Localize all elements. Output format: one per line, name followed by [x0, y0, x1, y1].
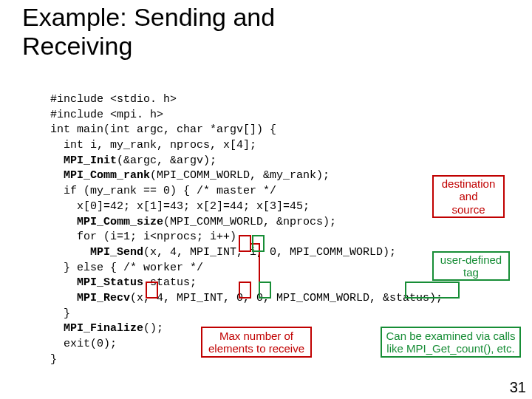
code-l08: x[0]=42; x[1]=43; x[2]=44; x[3]=45;: [50, 200, 310, 213]
code-l09a: [50, 216, 77, 228]
box-recv-status: [405, 282, 460, 299]
code-l14a: [50, 292, 77, 304]
page-number: 31: [510, 379, 526, 396]
code-l05a: [50, 154, 64, 167]
code-l01: #include <stdio. h>: [50, 93, 183, 106]
code-l16a: [50, 322, 64, 335]
box-recv-count: [146, 282, 158, 299]
label-max: Max number of elements to receive: [201, 327, 312, 358]
label-user-tag: user-defined tag: [432, 251, 510, 281]
code-l02: #include <mpi. h>: [50, 109, 163, 121]
code-l12: } else { /* worker */: [50, 262, 203, 274]
code-l18: }: [50, 353, 57, 366]
box-recv-0a: [239, 282, 251, 299]
code-l06b: MPI_Comm_rank: [64, 169, 150, 182]
code-l16b: MPI_Finalize: [64, 322, 143, 335]
label-dest-source: destination and source: [432, 175, 505, 218]
code-l14c: (x, 4, MPI_INT, 0, 0, MPI_COMM_WORLD, &s…: [130, 292, 443, 304]
code-l11b: MPI_Send: [90, 246, 143, 259]
code-l17: exit(0);: [50, 338, 117, 350]
code-l09b: MPI_Comm_size: [77, 216, 163, 228]
code-l13b: MPI_Status: [77, 276, 143, 289]
code-l10: for (i=1; i<nprocs; i++): [50, 231, 236, 243]
label-status: Can be examined via calls like MPI_Get_c…: [381, 327, 521, 358]
code-l04: int i, my_rank, nprocs, x[4];: [50, 139, 256, 151]
code-l09c: (MPI_COMM_WORLD, &nprocs);: [163, 216, 336, 228]
box-send-i: [239, 235, 251, 252]
code-l07: if (my_rank == 0) { /* master */: [50, 185, 276, 197]
code-l03: int main(int argc, char *argv[]) {: [50, 123, 276, 136]
box-send-tag: [252, 235, 265, 252]
code-l14b: MPI_Recv: [77, 292, 130, 304]
code-l11c: (x, 4, MPI_INT, i, 0, MPI_COMM_WORLD);: [143, 246, 396, 259]
code-l15: }: [50, 307, 70, 320]
code-l05b: MPI_Init: [64, 154, 117, 167]
code-l13a: [50, 276, 77, 289]
code-l06c: (MPI_COMM_WORLD, &my_rank);: [150, 169, 330, 182]
code-l16c: ();: [143, 322, 163, 335]
box-recv-tag: [259, 282, 271, 299]
title-line-2: Receiving: [22, 32, 132, 60]
code-l06a: [50, 169, 64, 182]
code-l05c: (&argc, &argv);: [117, 154, 216, 167]
title-line-1: Example: Sending and: [22, 3, 275, 31]
code-l11a: [50, 246, 90, 259]
slide-title: Example: Sending and Receiving: [0, 0, 532, 61]
